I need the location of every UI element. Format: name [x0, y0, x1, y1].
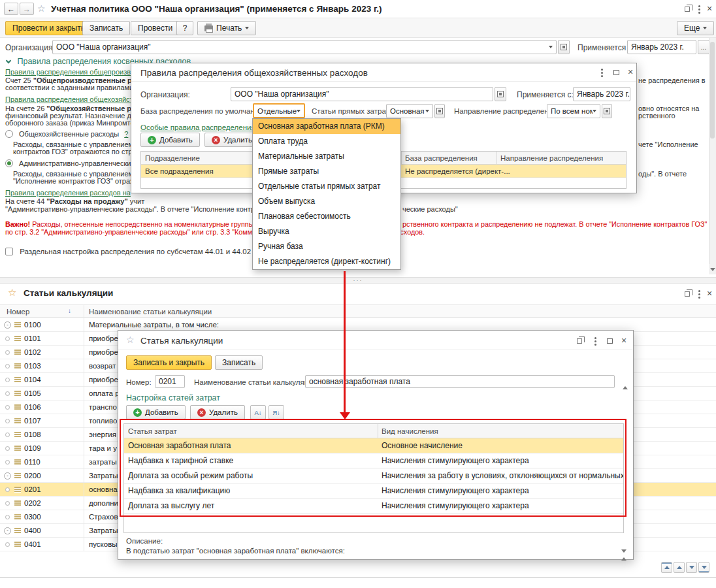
nav-back-button[interactable]: ←	[4, 3, 18, 15]
favorite-star-icon[interactable]: ☆	[126, 335, 135, 345]
org-open-button[interactable]	[495, 87, 506, 101]
column-header-number[interactable]: Номер	[7, 308, 29, 316]
radio-general-business[interactable]: Общехозяйственные расходы ?	[5, 129, 128, 138]
dropdown-item[interactable]: Материальные затраты	[253, 149, 400, 164]
collapse-icon[interactable]: -	[4, 527, 11, 534]
close-modal-icon[interactable]: ×	[625, 67, 636, 77]
close-window-icon[interactable]: ×	[704, 288, 715, 299]
favorite-star-icon[interactable]: ☆	[8, 287, 16, 299]
sort-ascending-button[interactable]: А↓	[250, 405, 266, 419]
window-menu-icon[interactable]	[590, 336, 600, 346]
help-button[interactable]: ?	[176, 21, 193, 35]
item-circle-icon[interactable]	[5, 350, 10, 355]
applies-choose-button[interactable]: ...	[698, 40, 709, 54]
window-menu-icon[interactable]	[694, 289, 704, 299]
go-next-button[interactable]	[686, 562, 697, 573]
column-header-base[interactable]: База распределения	[405, 154, 478, 162]
dropdown-item[interactable]: Ручная база	[253, 239, 400, 254]
favorite-star-icon[interactable]: ☆	[37, 3, 46, 14]
applies-input[interactable]: Январь 2023 г.	[627, 40, 696, 54]
link-sales-costs[interactable]: Правила распределения расходов на	[5, 189, 131, 197]
item-circle-icon[interactable]	[5, 515, 10, 519]
maximize-icon[interactable]	[611, 67, 621, 78]
item-circle-icon[interactable]	[5, 336, 10, 341]
org-input[interactable]: ООО "Наша организация"	[231, 87, 493, 101]
item-circle-icon[interactable]	[5, 378, 10, 382]
save-button[interactable]: Записать	[82, 21, 130, 35]
item-circle-icon[interactable]	[5, 460, 10, 465]
dropdown-item[interactable]: Прямые затраты	[253, 164, 400, 179]
dropdown-item[interactable]: Выручка	[253, 224, 400, 239]
sort-indicator-icon[interactable]: ↓	[68, 307, 71, 314]
item-circle-icon[interactable]	[5, 501, 10, 506]
item-circle-icon[interactable]	[5, 433, 10, 437]
go-last-button[interactable]	[698, 562, 709, 573]
collapse-icon[interactable]: -	[4, 472, 11, 480]
nav-forward-button[interactable]: →	[20, 3, 34, 15]
radio-help-link[interactable]: ?	[124, 130, 128, 138]
item-circle-icon[interactable]	[5, 405, 10, 410]
add-button[interactable]: + Добавить	[126, 405, 186, 419]
window-menu-icon[interactable]	[694, 4, 704, 14]
add-button[interactable]: + Добавить	[140, 133, 200, 147]
link-general-business[interactable]: Правила распределения общехозяйст	[5, 95, 133, 103]
column-header-department[interactable]: Подразделение	[145, 154, 200, 162]
item-circle-icon[interactable]	[5, 419, 10, 423]
get-link-icon[interactable]	[682, 4, 692, 14]
get-link-icon[interactable]	[682, 289, 692, 299]
get-link-icon[interactable]	[574, 336, 585, 346]
link-general-production[interactable]: Правила распределения общепроизво	[5, 68, 135, 76]
direct-items-combo[interactable]: Основная заработ	[386, 104, 433, 118]
close-modal-icon[interactable]: ×	[619, 335, 629, 346]
dropdown-item[interactable]: Оплата труда	[253, 134, 400, 149]
maximize-icon[interactable]	[604, 336, 615, 346]
org-input[interactable]: ООО "Наша организация"	[52, 40, 557, 54]
applies-input[interactable]: Январь 2023 г.	[573, 87, 630, 101]
direct-open-button[interactable]	[434, 104, 445, 118]
go-prev-button[interactable]	[674, 562, 685, 573]
window-menu-icon[interactable]	[596, 67, 607, 78]
dropdown-item[interactable]: Не распределяется (директ-костинг)	[253, 254, 400, 269]
org-open-button[interactable]	[558, 40, 570, 54]
dropdown-item[interactable]: Плановая себестоимость	[253, 209, 400, 224]
description-text[interactable]: В подстатью затрат "основная заработная …	[126, 547, 345, 555]
post-button[interactable]: Провести	[131, 21, 180, 35]
direction-combo[interactable]: По всем номенкл	[547, 104, 600, 118]
name-input[interactable]: основная заработная плата	[305, 375, 615, 388]
modal-scroll-up[interactable]	[623, 375, 628, 387]
triangle-up-icon	[623, 375, 628, 389]
back-icon: ←	[7, 5, 15, 14]
save-button[interactable]: Записать	[215, 355, 263, 370]
dropdown-item[interactable]: Отдельные статьи прямых затрат	[253, 179, 400, 194]
more-button[interactable]: Еще	[677, 21, 714, 35]
description-scroll-down[interactable]	[621, 553, 626, 564]
scroll-down-button[interactable]	[709, 264, 716, 274]
base-combo[interactable]: Отдельные статьи пр	[253, 103, 305, 118]
main-scrollbar-thumb[interactable]	[710, 42, 715, 139]
direction-open-button[interactable]	[602, 104, 612, 118]
item-circle-icon[interactable]	[5, 446, 10, 451]
pane-splitter[interactable]: ···	[0, 277, 716, 284]
column-header-direction[interactable]: Направление распределения	[500, 154, 603, 162]
collapse-icon[interactable]: -	[4, 321, 11, 329]
go-first-button[interactable]	[661, 562, 672, 573]
item-circle-icon[interactable]	[5, 487, 10, 492]
column-header-name[interactable]: Наименование статьи калькуляции	[89, 308, 212, 316]
save-close-button[interactable]: Записать и закрыть	[126, 355, 212, 370]
special-rules-link[interactable]: Особые правила распределения	[140, 123, 255, 131]
sort-descending-button[interactable]: Я↓	[268, 405, 284, 419]
post-and-close-button[interactable]: Провести и закрыть	[5, 21, 92, 35]
delete-button[interactable]: × Удалить	[204, 133, 259, 147]
item-circle-icon[interactable]	[5, 364, 10, 368]
item-circle-icon[interactable]	[5, 542, 10, 547]
print-button[interactable]: Печать	[197, 21, 256, 35]
dropdown-item[interactable]: Объем выпуска	[253, 194, 400, 209]
close-window-icon[interactable]: ×	[704, 3, 715, 14]
delete-button[interactable]: × Удалить	[190, 405, 245, 419]
separate-setup-checkbox[interactable]: Раздельная настройка распределения по су…	[5, 246, 251, 255]
maximize-box-icon	[613, 70, 619, 75]
item-circle-icon[interactable]	[5, 391, 10, 396]
number-input[interactable]: 0201	[155, 375, 185, 388]
dropdown-item[interactable]: Основная заработная плата (РКМ)	[253, 119, 400, 134]
item-icon	[14, 487, 21, 493]
